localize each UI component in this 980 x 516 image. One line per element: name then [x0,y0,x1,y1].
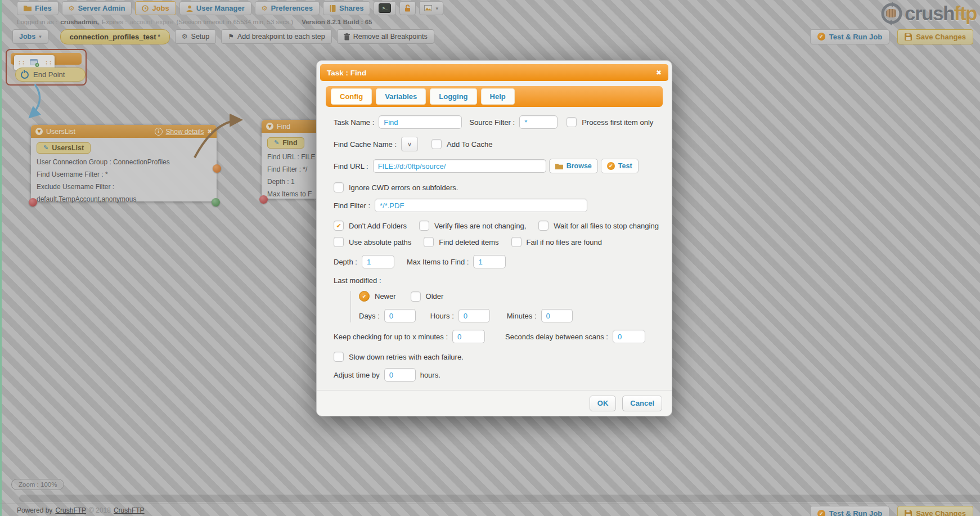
test-label: Test [618,162,632,170]
crushftp-app: Files ⚙ Server Admin Jobs User Manager ⚙… [0,0,980,516]
dont-add-folders-label: Don't Add Folders [349,222,407,230]
hours-label: Hours : [430,312,454,320]
dialog-tabbar: Config Variables Logging Help [326,86,663,107]
slow-down-checkbox[interactable]: Slow down retries with each failure. [334,352,464,362]
newer-radio[interactable]: Newer [359,291,396,302]
checkbox-box [431,139,442,149]
checkbox-box [419,221,429,231]
test-button[interactable]: ✔ Test [601,159,639,173]
radio-checked-icon [359,291,370,302]
find-filter-input[interactable] [375,199,587,212]
ok-button[interactable]: OK [590,396,617,411]
depth-label: Depth : [334,258,357,266]
check-circle-icon: ✔ [607,162,615,170]
days-label: Days : [359,312,380,320]
dialog-titlebar[interactable]: Task : Find ✖ [320,64,668,81]
close-icon[interactable]: ✖ [656,69,662,77]
find-deleted-label: Find deleted items [439,238,498,246]
task-name-label: Task Name : [334,118,374,127]
absolute-paths-label: Use absolute paths [349,238,411,246]
ignore-cwd-checkbox[interactable]: Ignore CWD errors on subfolders. [334,182,458,192]
max-items-label: Max Items to Find : [407,258,469,266]
days-input[interactable] [384,309,416,322]
fail-no-files-label: Fail if no files are found [527,238,602,246]
find-url-label: Find URL : [334,162,368,170]
checkbox-box [334,237,344,247]
verify-files-label: Verify files are not changing, [434,222,526,230]
last-modified-group: Newer Older Days : Hours : Minutes : [350,291,655,322]
last-modified-label: Last modified : [334,276,381,285]
checkbox-box [411,291,421,302]
verify-files-checkbox[interactable]: Verify files are not changing, [419,221,526,231]
checkbox-box [538,221,549,231]
tab-config[interactable]: Config [331,88,372,105]
tab-variables[interactable]: Variables [376,88,426,105]
find-deleted-checkbox[interactable]: Find deleted items [424,237,498,247]
ignore-cwd-label: Ignore CWD errors on subfolders. [349,183,458,192]
checkbox-box [334,352,344,362]
dialog-title: Task : Find [327,69,366,77]
add-to-cache-label: Add To Cache [447,140,492,149]
checkbox-box [334,221,344,231]
seconds-delay-label: Seconds delay between scans : [505,333,608,341]
dialog-footer: OK Cancel [317,390,672,416]
folder-icon [555,163,563,169]
browse-label: Browse [567,162,592,170]
checkbox-box [424,237,434,247]
process-first-checkbox[interactable]: Process first item only [567,117,653,127]
cancel-button[interactable]: Cancel [622,396,662,411]
newer-label: Newer [375,292,396,300]
browse-button[interactable]: Browse [549,159,598,173]
task-find-dialog: Task : Find ✖ Config Variables Logging H… [316,60,672,416]
minutes-label: Minutes : [507,312,537,320]
hours-input[interactable] [458,309,490,322]
adjust-time-label: Adjust time by [334,371,380,379]
dialog-body: Task Name : Source Filter : Process firs… [317,107,672,382]
adjust-time-suffix: hours. [420,371,440,379]
slow-down-label: Slow down retries with each failure. [349,353,464,361]
source-filter-input[interactable] [519,115,558,129]
find-cache-label: Find Cache Name : [334,140,397,149]
find-url-input[interactable] [373,159,546,173]
fail-no-files-checkbox[interactable]: Fail if no files are found [511,237,602,247]
max-items-input[interactable] [473,255,506,268]
dont-add-folders-checkbox[interactable]: Don't Add Folders [334,221,407,231]
keep-checking-label: Keep checking for up to x minutes : [334,333,448,341]
checkbox-box [567,117,577,127]
seconds-delay-input[interactable] [613,330,645,343]
older-checkbox[interactable]: Older [411,291,444,302]
tab-logging[interactable]: Logging [430,88,476,105]
wait-files-label: Wait for all files to stop changing [554,222,659,230]
older-label: Older [426,292,444,300]
add-to-cache-checkbox[interactable]: Add To Cache [431,139,492,149]
find-filter-label: Find Filter : [334,201,370,210]
process-first-label: Process first item only [582,118,653,127]
adjust-time-input[interactable] [384,368,416,382]
checkbox-box [334,182,344,192]
keep-checking-input[interactable] [452,330,485,343]
find-cache-select[interactable]: ∨ [401,137,418,151]
depth-input[interactable] [362,255,394,268]
wait-files-checkbox[interactable]: Wait for all files to stop changing [538,221,659,231]
absolute-paths-checkbox[interactable]: Use absolute paths [334,237,411,247]
task-name-input[interactable] [379,115,462,129]
source-filter-label: Source Filter : [469,118,515,127]
tab-help[interactable]: Help [481,88,515,105]
checkbox-box [511,237,522,247]
minutes-input[interactable] [541,309,573,322]
